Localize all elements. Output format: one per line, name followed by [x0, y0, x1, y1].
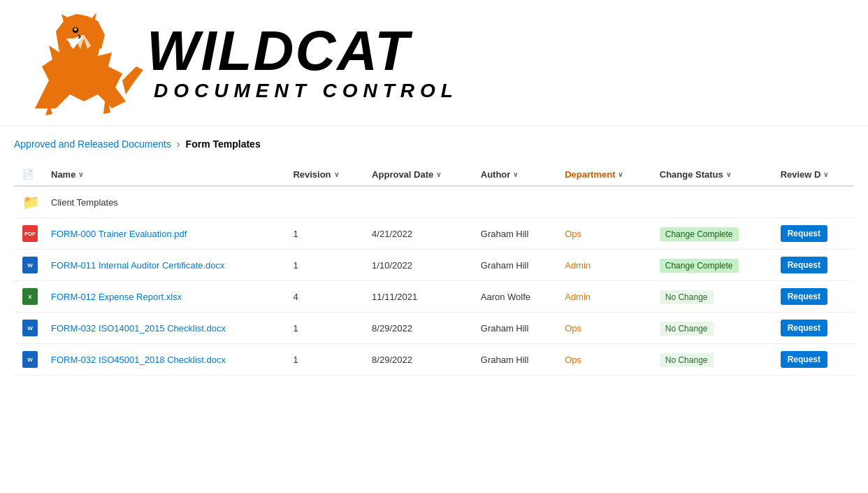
table-row: 📁Client Templates: [14, 186, 854, 218]
breadcrumb-parent-link[interactable]: Approved and Released Documents: [14, 138, 171, 150]
header: WILDCAT DOCUMENT CONTROL: [0, 0, 868, 126]
author: Graham Hill: [472, 344, 556, 376]
request-cell: Request: [772, 313, 854, 344]
request-button[interactable]: Request: [781, 351, 827, 368]
excel-icon: X: [22, 288, 38, 305]
folder-icon: 📁: [22, 194, 40, 210]
request-button[interactable]: Request: [781, 257, 827, 273]
file-icon-cell: X: [14, 281, 43, 313]
approval-date: 8/29/2022: [363, 313, 472, 344]
breadcrumb: Approved and Released Documents › Form T…: [0, 126, 868, 157]
request-button[interactable]: Request: [781, 288, 827, 305]
file-icon-cell: W: [14, 313, 43, 344]
revision: 1: [284, 250, 363, 281]
request-cell: Request: [772, 281, 854, 313]
logo-area: WILDCAT DOCUMENT CONTROL: [14, 10, 458, 115]
revision: [284, 186, 363, 218]
table-row: WFORM-011 Internal Auditor Certificate.d…: [14, 250, 854, 281]
request-cell: [772, 186, 854, 218]
svg-point-1: [74, 28, 77, 31]
department: Ops: [556, 344, 651, 376]
file-name[interactable]: FORM-011 Internal Auditor Certificate.do…: [43, 250, 284, 281]
col-header-department[interactable]: Department ∨: [556, 164, 651, 186]
file-name[interactable]: FORM-032 ISO14001_2015 Checklist.docx: [43, 313, 284, 344]
change-status: No Change: [651, 281, 772, 313]
revision: 1: [284, 344, 363, 376]
file-icon-cell: 📁: [14, 186, 43, 218]
breadcrumb-current: Form Templates: [186, 138, 261, 150]
approval-date: 8/29/2022: [363, 344, 472, 376]
col-header-revision[interactable]: Revision ∨: [284, 164, 363, 186]
table-row: XFORM-012 Expense Report.xlsx411/11/2021…: [14, 281, 854, 313]
request-button[interactable]: Request: [781, 320, 827, 336]
word-icon: W: [22, 257, 38, 273]
approval-date: [363, 186, 472, 218]
request-cell: Request: [772, 250, 854, 281]
author-sort-icon: ∨: [513, 171, 518, 178]
revision: 1: [284, 313, 363, 344]
approval-date: 11/11/2021: [363, 281, 472, 313]
department: [556, 186, 651, 218]
word-icon: W: [22, 351, 38, 368]
brand-doc-control: DOCUMENT CONTROL: [154, 79, 458, 103]
col-header-change-status[interactable]: Change Status ∨: [651, 164, 772, 186]
author: Graham Hill: [472, 218, 556, 250]
table-row: WFORM-032 ISO45001_2018 Checklist.docx18…: [14, 344, 854, 376]
breadcrumb-separator: ›: [177, 138, 180, 150]
author: Graham Hill: [472, 313, 556, 344]
brand-wildcat: WILDCAT: [147, 23, 458, 79]
change-status: [651, 186, 772, 218]
file-icon-cell: W: [14, 250, 43, 281]
change-status: No Change: [651, 344, 772, 376]
documents-table: 📄 Name ∨ Revision ∨ Approval D: [14, 164, 854, 376]
pdf-icon: PDF: [22, 225, 38, 242]
file-icon-cell: PDF: [14, 218, 43, 250]
change-status: No Change: [651, 313, 772, 344]
review-d-sort-icon: ∨: [823, 171, 828, 178]
revision: 4: [284, 281, 363, 313]
author: Graham Hill: [472, 250, 556, 281]
file-name[interactable]: FORM-032 ISO45001_2018 Checklist.docx: [43, 344, 284, 376]
approval-date: 1/10/2022: [363, 250, 472, 281]
request-cell: Request: [772, 344, 854, 376]
col-header-icon: 📄: [14, 164, 43, 186]
department: Admin: [556, 281, 651, 313]
change-status: Change Complete: [651, 218, 772, 250]
col-header-name[interactable]: Name ∨: [43, 164, 284, 186]
author: [472, 186, 556, 218]
file-icon-cell: W: [14, 344, 43, 376]
word-icon: W: [22, 320, 38, 336]
col-header-approval-date[interactable]: Approval Date ∨: [363, 164, 472, 186]
change-status: Change Complete: [651, 250, 772, 281]
table-row: WFORM-032 ISO14001_2015 Checklist.docx18…: [14, 313, 854, 344]
request-cell: Request: [772, 218, 854, 250]
col-header-review-d[interactable]: Review D ∨: [772, 164, 854, 186]
wildcat-cat-icon: [14, 10, 154, 115]
revision: 1: [284, 218, 363, 250]
file-name[interactable]: FORM-000 Trainer Evaluation.pdf: [43, 218, 284, 250]
department: Ops: [556, 313, 651, 344]
name-sort-icon: ∨: [78, 171, 83, 178]
department-sort-icon: ∨: [618, 171, 623, 178]
request-button[interactable]: Request: [781, 225, 827, 242]
approval-date-sort-icon: ∨: [436, 171, 441, 178]
author: Aaron Wolfe: [472, 281, 556, 313]
table-header-row: 📄 Name ∨ Revision ∨ Approval D: [14, 164, 854, 186]
approval-date: 4/21/2022: [363, 218, 472, 250]
file-name[interactable]: FORM-012 Expense Report.xlsx: [43, 281, 284, 313]
change-status-sort-icon: ∨: [726, 171, 731, 178]
file-name[interactable]: Client Templates: [43, 186, 284, 218]
doc-icon-header: 📄: [22, 169, 34, 180]
department: Ops: [556, 218, 651, 250]
department: Admin: [556, 250, 651, 281]
documents-table-container: 📄 Name ∨ Revision ∨ Approval D: [0, 157, 868, 383]
table-row: PDFFORM-000 Trainer Evaluation.pdf14/21/…: [14, 218, 854, 250]
logo-text-block: WILDCAT DOCUMENT CONTROL: [147, 23, 458, 103]
col-header-author[interactable]: Author ∨: [472, 164, 556, 186]
revision-sort-icon: ∨: [334, 171, 339, 178]
